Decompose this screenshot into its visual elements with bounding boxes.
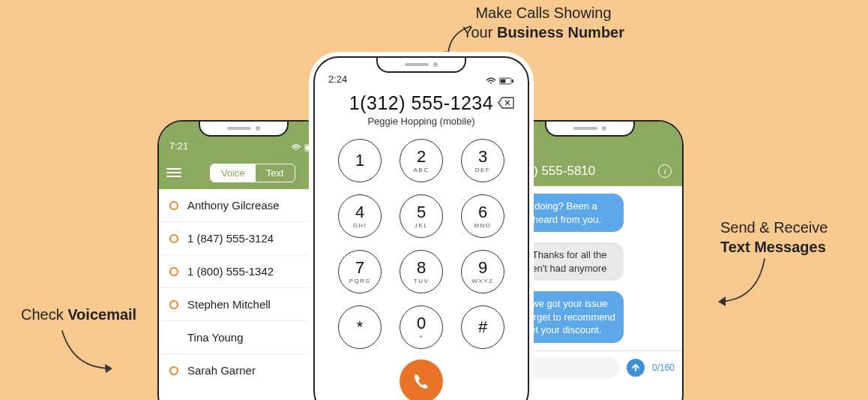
voicemail-item-label: Anthony Gilcrease (187, 199, 280, 212)
caption-calls-line1: Make Calls Showing (475, 5, 611, 21)
dial-key-letters: MNO (474, 222, 491, 229)
voice-text-segmented[interactable]: Voice Text (210, 164, 295, 182)
arrow-to-left-icon (58, 327, 126, 380)
unread-dot-icon (169, 300, 178, 309)
wifi-icon (291, 144, 301, 152)
voicemail-toolbar: Voice Text (159, 156, 328, 189)
menu-icon[interactable] (166, 168, 181, 177)
voicemail-item-label: 1 (847) 555-3124 (187, 232, 274, 245)
dial-key-8[interactable]: 8TUV (400, 250, 443, 293)
voicemail-item-label: 1 (800) 555-1342 (187, 265, 274, 278)
status-time: 2:24 (328, 74, 347, 85)
arrow-to-right-icon (712, 255, 780, 315)
svg-rect-5 (501, 80, 506, 83)
dial-key-7[interactable]: 7PQRS (338, 250, 382, 293)
dial-key-9[interactable]: 9WXYZ (461, 250, 504, 293)
status-icons (486, 77, 514, 85)
notch-icon (199, 122, 289, 137)
dial-key-digit: # (478, 319, 487, 335)
svg-rect-4 (512, 80, 513, 83)
voicemail-item[interactable]: Sarah Garner (159, 353, 328, 386)
dial-key-digit: 8 (417, 260, 426, 276)
voicemail-item[interactable]: Tina Young (159, 320, 328, 353)
backspace-icon (498, 97, 514, 109)
voicemail-item[interactable]: 1 (847) 555-3124 (159, 221, 328, 254)
notch-icon (376, 58, 466, 73)
unread-dot-icon (169, 201, 178, 210)
svg-rect-2 (306, 146, 310, 150)
dial-key-letters: TUV (414, 278, 430, 284)
dial-key-digit: 1 (355, 152, 364, 169)
tab-text[interactable]: Text (256, 164, 295, 182)
dial-key-letters: GHI (353, 222, 367, 229)
caption-voicemail-b: Voicemail (67, 306, 136, 323)
voicemail-item-label: Stephen Mitchell (187, 298, 271, 311)
wifi-icon (486, 77, 496, 85)
dial-key-3[interactable]: 3DEF (461, 139, 504, 182)
voicemail-item[interactable]: Anthony Gilcrease (159, 189, 328, 221)
status-time: 7:21 (169, 140, 188, 152)
phone-icon (412, 371, 431, 391)
arrow-up-icon (631, 363, 640, 372)
info-icon[interactable]: i (658, 164, 672, 178)
unread-dot-icon (169, 234, 178, 243)
dial-key-5[interactable]: 5JKL (400, 194, 443, 238)
caption-texts-line1: Send & Receive (720, 219, 828, 236)
dial-key-digit: 7 (355, 260, 364, 276)
unread-dot-icon (169, 366, 178, 375)
dialer-keypad: 12ABC3DEF4GHI5JKL6MNO7PQRS8TUV9WXYZ*0+# (315, 139, 528, 349)
dial-key-digit: 9 (478, 260, 487, 276)
phone-voicemail: 7:21 Voice Text Anthony Gilcrease1 (847)… (157, 120, 330, 400)
battery-icon (499, 77, 514, 85)
caption-texts: Send & Receive Text Messages (720, 218, 828, 257)
dial-key-letters: DEF (475, 167, 491, 173)
dial-key-#[interactable]: # (461, 305, 504, 349)
backspace-button[interactable] (498, 97, 514, 112)
matched-contact: Peggie Hopping (mobile) (315, 116, 528, 127)
dial-key-1[interactable]: 1 (338, 139, 382, 182)
voicemail-item[interactable]: Stephen Mitchell (159, 287, 328, 320)
dial-key-letters: PQRS (349, 278, 371, 284)
phone-dialer: 2:24 1(312) 555-1234 Peggie Hopping (mob… (313, 56, 529, 400)
dialed-display: 1(312) 555-1234 Peggie Hopping (mobile) (315, 92, 528, 127)
dial-key-*[interactable]: * (338, 305, 382, 349)
char-counter: 0/160 (652, 362, 675, 373)
dial-key-4[interactable]: 4GHI (338, 194, 382, 238)
dial-key-digit: 3 (478, 149, 487, 165)
dialed-number: 1(312) 555-1234 (315, 92, 528, 114)
voicemail-item[interactable]: 1 (800) 555-1342 (159, 254, 328, 287)
voicemail-list: Anthony Gilcrease1 (847) 555-31241 (800)… (159, 189, 328, 386)
caption-texts-line2: Text Messages (720, 239, 826, 255)
voicemail-item-label: Tina Young (187, 331, 244, 344)
tab-voice[interactable]: Voice (211, 164, 256, 182)
dial-key-letters: WXYZ (471, 278, 493, 284)
dial-key-digit: 4 (355, 204, 364, 221)
notch-icon (545, 122, 635, 137)
dial-key-letters: + (419, 333, 424, 340)
dial-key-6[interactable]: 6MNO (461, 194, 504, 238)
dial-key-digit: * (357, 319, 364, 335)
dial-key-0[interactable]: 0+ (400, 305, 443, 349)
send-button[interactable] (627, 359, 645, 377)
caption-calls-line2b: Business Number (497, 24, 624, 41)
dial-key-digit: 6 (478, 204, 487, 221)
dial-key-letters: ABC (414, 167, 430, 173)
dial-key-digit: 0 (417, 315, 426, 332)
dial-key-letters: JKL (415, 222, 428, 229)
caption-voicemail-a: Check (21, 306, 67, 323)
dial-key-digit: 2 (417, 149, 426, 165)
unread-dot-icon (169, 267, 178, 276)
dial-key-digit: 5 (417, 204, 426, 221)
call-button[interactable] (400, 359, 443, 400)
caption-voicemail: Check Voicemail (21, 306, 136, 323)
dial-key-2[interactable]: 2ABC (400, 139, 443, 182)
voicemail-item-label: Sarah Garner (187, 364, 256, 377)
